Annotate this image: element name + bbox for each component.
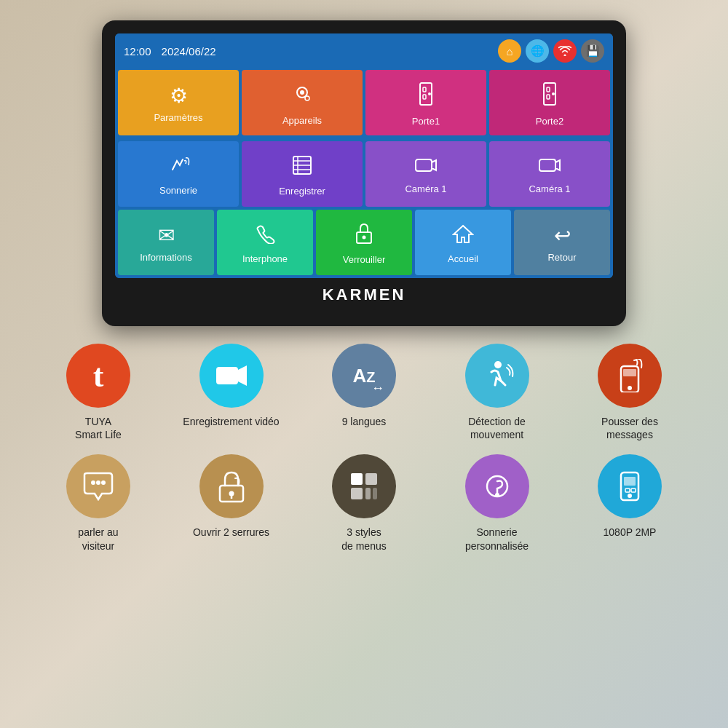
screen-date: 2024/06/22 <box>162 45 216 58</box>
tile-appareils[interactable]: Appareils <box>242 70 363 135</box>
feature-tuya: t TUYASmart Life <box>36 344 160 441</box>
svg-rect-43 <box>624 477 636 486</box>
1080p-circle <box>598 454 662 518</box>
svg-point-4 <box>428 92 431 95</box>
parametres-icon: ⚙ <box>170 86 188 106</box>
svg-marker-24 <box>238 365 247 386</box>
camera1b-icon <box>538 157 561 178</box>
svg-rect-9 <box>547 87 550 92</box>
messages-circle <box>598 344 662 408</box>
svg-rect-38 <box>365 488 371 499</box>
screen-time: 12:00 <box>124 45 151 58</box>
tile-verrouiller[interactable]: Verrouiller <box>316 210 412 275</box>
accueil-label: Accueil <box>448 253 478 264</box>
wifi-icon-btn[interactable] <box>553 39 577 63</box>
feature-visiteur: parler auvisiteur <box>36 454 160 552</box>
svg-point-1 <box>300 90 304 95</box>
feature-styles: 3 stylesde menus <box>302 454 426 552</box>
svg-rect-23 <box>216 367 238 384</box>
svg-point-2 <box>305 96 309 100</box>
tile-sonnerie[interactable]: Sonnerie <box>118 141 239 207</box>
svg-point-31 <box>101 480 106 485</box>
enregistrer-label: Enregistrer <box>279 186 325 197</box>
app-grid-row2: Sonnerie Enregistrer <box>115 138 613 210</box>
enregistrer-icon <box>291 154 313 180</box>
svg-rect-39 <box>373 488 377 499</box>
porte1-label: Porte1 <box>412 116 440 127</box>
svg-point-30 <box>96 480 100 485</box>
tile-retour[interactable]: ↩ Retour <box>514 210 610 275</box>
mouvement-label: Détection demouvement <box>468 415 526 441</box>
app-grid-row3: ✉ Informations Interphone <box>115 210 613 278</box>
serrures-label: Ouvrir 2 serrures <box>193 526 269 539</box>
device-frame: 12:00 2024/06/22 ⌂ 🌐 💾 <box>102 20 626 326</box>
device-brand: KARMEN <box>115 285 613 304</box>
screen-icons: ⌂ 🌐 💾 <box>498 39 604 63</box>
svg-rect-37 <box>351 488 363 499</box>
home-icon-btn[interactable]: ⌂ <box>498 39 521 63</box>
svg-marker-17 <box>432 160 436 170</box>
interphone-icon <box>255 223 275 248</box>
tile-porte2[interactable]: Porte2 <box>489 70 610 135</box>
visiteur-circle <box>66 454 130 518</box>
appareils-icon <box>290 82 314 109</box>
feature-video: Enregistrement vidéo <box>170 344 293 428</box>
svg-point-21 <box>363 236 366 240</box>
svg-rect-16 <box>416 159 432 171</box>
sonnerie-label: Sonnerie <box>159 185 197 196</box>
tile-interphone[interactable]: Interphone <box>217 210 313 275</box>
porte1-icon <box>416 82 436 110</box>
svg-rect-27 <box>623 369 636 376</box>
informations-icon: ✉ <box>158 226 175 246</box>
svg-marker-19 <box>555 160 560 170</box>
mouvement-circle <box>465 344 529 408</box>
verrouiller-icon <box>355 223 373 248</box>
parametres-label: Paramètres <box>154 112 202 123</box>
sonnerie-perso-circle <box>465 454 529 518</box>
accueil-icon <box>452 223 474 248</box>
camera1b-label: Caméra 1 <box>529 183 570 194</box>
svg-point-28 <box>628 386 632 390</box>
svg-point-33 <box>229 491 234 496</box>
sonnerie-icon <box>167 155 190 179</box>
tuya-label: TUYASmart Life <box>75 415 122 441</box>
svg-rect-5 <box>423 87 426 92</box>
tile-porte1[interactable]: Porte1 <box>365 70 486 135</box>
retour-icon: ↩ <box>554 226 571 246</box>
features-row2: parler auvisiteur Ouvrir 2 serrures <box>36 454 692 552</box>
informations-label: Informations <box>140 252 192 263</box>
visiteur-label: parler auvisiteur <box>78 526 118 552</box>
feature-1080p: 1080P 2MP <box>568 454 692 539</box>
screen-topbar: 12:00 2024/06/22 ⌂ 🌐 💾 <box>115 33 613 67</box>
features-row1: t TUYASmart Life Enregistrement vidéo AZ… <box>36 344 692 441</box>
sonnerie-perso-label: Sonneriepersonnalisée <box>465 526 529 552</box>
tile-camera1b[interactable]: Caméra 1 <box>489 141 610 207</box>
svg-point-8 <box>552 92 555 95</box>
tile-enregistrer[interactable]: Enregistrer <box>242 141 363 207</box>
tile-accueil[interactable]: Accueil <box>415 210 511 275</box>
serrures-circle <box>199 454 264 518</box>
app-grid-row1: ⚙ Paramètres Appareils <box>115 67 613 138</box>
video-circle <box>199 344 264 408</box>
langues-circle: AZ ↔ <box>332 344 396 408</box>
feature-langues: AZ ↔ 9 langues <box>302 344 426 428</box>
video-label: Enregistrement vidéo <box>183 415 279 428</box>
porte2-icon <box>539 82 560 110</box>
features-section: t TUYASmart Life Enregistrement vidéo AZ… <box>36 344 692 566</box>
svg-marker-22 <box>454 226 472 242</box>
svg-rect-46 <box>631 488 636 492</box>
camera1a-icon <box>414 157 438 178</box>
styles-label: 3 stylesde menus <box>341 526 386 552</box>
feature-serrures: Ouvrir 2 serrures <box>170 454 293 539</box>
tile-parametres[interactable]: ⚙ Paramètres <box>118 70 239 135</box>
svg-rect-18 <box>539 159 555 171</box>
tile-camera1a[interactable]: Caméra 1 <box>365 141 486 207</box>
messages-label: Pousser desmessages <box>601 415 658 441</box>
porte2-label: Porte2 <box>536 116 563 127</box>
tile-informations[interactable]: ✉ Informations <box>118 210 214 275</box>
tuya-circle: t <box>66 344 130 408</box>
svg-rect-10 <box>547 95 550 99</box>
verrouiller-label: Verrouiller <box>343 254 386 265</box>
globe-icon-btn[interactable]: 🌐 <box>526 39 549 63</box>
save-icon-btn[interactable]: 💾 <box>581 39 604 63</box>
